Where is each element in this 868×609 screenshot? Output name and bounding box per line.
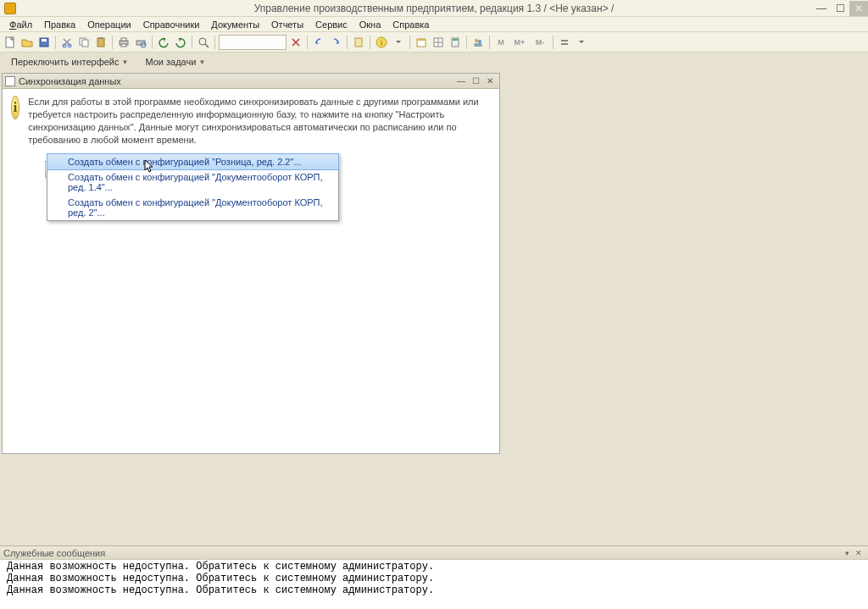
message-line: Данная возможность недоступна. Обратитес… <box>7 562 861 573</box>
calc-icon[interactable] <box>448 35 463 50</box>
messages-close-button[interactable]: ✕ <box>853 548 865 558</box>
info-icon[interactable]: i <box>374 35 389 50</box>
toolbar-separator <box>409 36 410 49</box>
new-doc-icon[interactable] <box>3 35 18 50</box>
sync-close-button[interactable]: ✕ <box>483 75 497 87</box>
toolbar-separator <box>192 36 192 49</box>
toolbar-dropdown[interactable] <box>219 35 287 50</box>
redo-icon[interactable] <box>173 35 188 50</box>
toolbar-separator <box>347 36 348 49</box>
message-line: Данная возможность недоступна. Обратитес… <box>7 573 861 585</box>
sync-window: Синхронизация данных — ☐ ✕ i Если для ра… <box>2 73 500 454</box>
tab-label: Переключить интерфейс <box>11 57 120 67</box>
find-icon[interactable] <box>196 35 211 50</box>
dropdown-item-doc-1-4[interactable]: Создать обмен с конфигурацией "Документо… <box>47 169 338 195</box>
window-icon <box>5 76 15 86</box>
menu-reports[interactable]: Отчеты <box>265 18 309 31</box>
chevron-down-icon: ▼ <box>198 58 205 66</box>
users-icon[interactable] <box>470 35 486 50</box>
toolbar-separator <box>152 36 153 49</box>
menu-service[interactable]: Сервис <box>309 18 353 31</box>
clipboard-icon[interactable] <box>351 35 366 50</box>
menu-documents[interactable]: Документы <box>205 18 265 31</box>
toolbar-separator <box>370 36 370 49</box>
sync-window-titlebar: Синхронизация данных — ☐ ✕ <box>3 74 499 89</box>
svg-rect-6 <box>82 40 88 47</box>
svg-point-28 <box>475 39 478 42</box>
svg-rect-18 <box>355 38 362 47</box>
save-icon[interactable] <box>36 35 52 50</box>
messages-body[interactable]: Данная возможность недоступна. Обратитес… <box>0 560 868 609</box>
main-toolbar: i M M+ M- <box>0 32 868 53</box>
svg-rect-2 <box>42 39 47 42</box>
m-plus-button[interactable]: M+ <box>510 35 529 50</box>
toolbar-separator <box>553 36 554 49</box>
cut-icon[interactable] <box>59 35 75 50</box>
menu-operations[interactable]: Операции <box>81 18 136 31</box>
paste-icon[interactable] <box>93 35 108 50</box>
sync-dropdown-menu: Создать обмен с конфигурацией "Розница, … <box>47 153 339 221</box>
nav-forward-icon[interactable] <box>328 35 343 50</box>
svg-rect-32 <box>561 43 568 45</box>
svg-point-14 <box>199 38 206 45</box>
sync-minimize-button[interactable]: — <box>454 75 468 87</box>
messages-title: Служебные сообщения <box>3 548 105 558</box>
info-block: i Если для работы в этой программе необх… <box>11 96 491 146</box>
menu-file[interactable]: Файл <box>3 18 38 31</box>
tab-label: Мои задачи <box>145 57 196 67</box>
copy-icon[interactable] <box>76 35 92 50</box>
messages-collapse-button[interactable]: ▾ <box>841 548 853 558</box>
svg-rect-10 <box>121 38 126 41</box>
svg-rect-11 <box>121 44 126 47</box>
svg-rect-30 <box>474 43 482 47</box>
undo-icon[interactable] <box>156 35 171 50</box>
toolbar-separator <box>112 36 113 49</box>
open-icon[interactable] <box>19 35 35 50</box>
toolbar-separator <box>466 36 467 49</box>
clear-icon[interactable] <box>288 35 303 50</box>
print-preview-icon[interactable] <box>133 35 148 50</box>
m-minus-button[interactable]: M- <box>531 35 549 50</box>
message-line: Данная возможность недоступна. Обратитес… <box>7 585 861 597</box>
svg-rect-8 <box>99 37 103 39</box>
svg-rect-27 <box>453 39 458 41</box>
chevron-down-icon: ▼ <box>122 58 129 66</box>
calendar-icon[interactable] <box>414 35 429 50</box>
menu-references[interactable]: Справочники <box>137 18 206 31</box>
settings-dropdown-icon[interactable] <box>574 35 589 50</box>
m-button[interactable]: M <box>493 35 509 50</box>
menu-windows[interactable]: Окна <box>353 18 387 31</box>
toolbar-separator <box>307 36 308 49</box>
sync-maximize-button[interactable]: ☐ <box>469 75 482 87</box>
menu-help[interactable]: Справка <box>387 18 435 31</box>
toolbar-separator <box>214 36 215 49</box>
messages-titlebar: Служебные сообщения ▾ ✕ <box>0 546 868 560</box>
toolbar-separator <box>55 36 56 49</box>
info-dropdown-icon[interactable] <box>391 35 406 50</box>
info-icon: i <box>11 96 19 119</box>
svg-rect-22 <box>417 39 426 41</box>
tab-switch-interface[interactable]: Переключить интерфейс ▼ <box>4 55 135 69</box>
settings-icon[interactable] <box>557 35 572 50</box>
workspace: Синхронизация данных — ☐ ✕ i Если для ра… <box>0 71 868 545</box>
nav-back-icon[interactable] <box>311 35 326 50</box>
title-bar: Управление производственным предприятием… <box>0 0 868 17</box>
svg-rect-31 <box>561 40 568 42</box>
grid-icon[interactable] <box>431 35 446 50</box>
svg-rect-7 <box>97 38 104 47</box>
menu-bar: Файл Правка Операции Справочники Докумен… <box>0 17 868 32</box>
dropdown-item-roznitsa[interactable]: Создать обмен с конфигурацией "Розница, … <box>47 153 339 170</box>
svg-point-29 <box>478 40 481 43</box>
print-icon[interactable] <box>116 35 131 50</box>
tab-my-tasks[interactable]: Мои задачи ▼ <box>138 55 212 69</box>
window-title: Управление производственным предприятием… <box>0 3 868 14</box>
toolbar-separator <box>489 36 490 49</box>
menu-edit[interactable]: Правка <box>38 18 81 31</box>
info-text: Если для работы в этой программе необход… <box>28 96 491 146</box>
messages-panel: Служебные сообщения ▾ ✕ Данная возможнос… <box>0 545 868 609</box>
tabs-bar: Переключить интерфейс ▼ Мои задачи ▼ <box>0 53 868 71</box>
sync-window-title: Синхронизация данных <box>19 76 453 86</box>
svg-line-15 <box>205 44 209 47</box>
dropdown-item-doc-2[interactable]: Создать обмен с конфигурацией "Документо… <box>47 195 338 220</box>
